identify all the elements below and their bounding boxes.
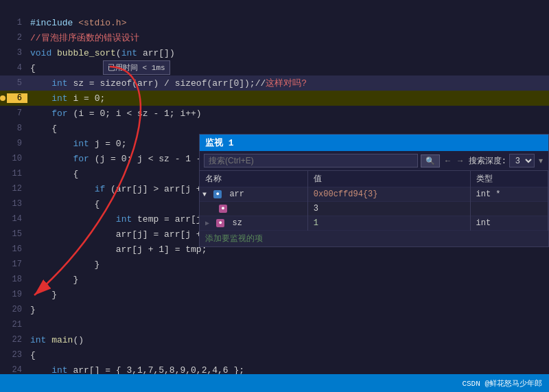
bp-if <box>0 186 5 192</box>
watch-type-sz: int <box>470 216 548 231</box>
bp-brace2 <box>0 126 5 131</box>
table-row: ▶ ● sz 1 int <box>200 216 548 231</box>
line-func-decl: 3 void bubble_sort(int arr[]) <box>0 45 549 60</box>
expand-icon-sz[interactable]: ▶ <box>205 220 209 227</box>
line-i-init: 6 int i = 0; <box>0 91 549 106</box>
line-main: 22 int main() <box>0 332 549 347</box>
watch-name-arr-val: ● <box>200 202 307 216</box>
bp-for1 <box>0 111 5 116</box>
bp-func-decl <box>0 50 5 56</box>
var-icon-item: ● <box>219 205 227 213</box>
col-value: 值 <box>307 171 470 187</box>
line-cb1: 17 } <box>0 257 549 272</box>
col-type: 类型 <box>470 171 548 187</box>
bp-debug <box>0 95 5 101</box>
watch-depth-label: 搜索深度: <box>469 155 506 167</box>
col-name: 名称 <box>200 171 307 187</box>
arr-name: arr <box>229 189 244 199</box>
tooltip: 已用时间 < 1ms <box>103 60 170 75</box>
add-watch-label[interactable]: 添加要监视的项 <box>200 231 548 246</box>
bp-sz <box>0 80 5 86</box>
watch-search-input[interactable] <box>204 154 418 168</box>
bp-swap2 <box>0 246 5 252</box>
bp-brace4 <box>0 201 5 207</box>
depth-chevron-icon[interactable]: ▾ <box>537 156 544 165</box>
bp-swap1 <box>0 231 5 237</box>
var-icon-sz: ● <box>216 219 224 227</box>
line-open-brace: 4 { <box>0 60 549 76</box>
watch-value-arr-val: 3 <box>307 202 470 216</box>
table-row: ● 3 <box>200 202 548 216</box>
search-icon-btn[interactable]: 🔍 <box>421 154 440 168</box>
watch-panel: 监视 1 🔍 ← → 搜索深度: 3 1 2 4 5 ▾ 名称 值 <box>199 134 549 247</box>
line-comment: 2 //冒泡排序函数的错误设计 <box>0 30 549 45</box>
status-text: CSDN @鲜花怒马少年郎 <box>462 378 542 389</box>
line-cb2: 18 } <box>0 272 549 287</box>
watch-type-arr: int * <box>470 187 548 202</box>
line-empty2: 21 <box>0 317 549 332</box>
bp-for2 <box>0 156 5 161</box>
line-main-brace: 23 { <box>0 347 549 362</box>
bp-temp <box>0 216 5 222</box>
nav-forward-btn[interactable]: → <box>455 156 466 165</box>
bp-brace3 <box>0 171 5 176</box>
watch-type-arr-val <box>470 202 548 216</box>
expand-icon[interactable]: ▼ <box>202 191 207 198</box>
line-sz: 5 int sz = sizeof(arr) / sizeof(arr[0]);… <box>0 76 549 91</box>
watch-title: 监视 1 <box>200 135 548 151</box>
watch-table: 名称 值 类型 ▼ ● arr 0x00cffd94{3} int * <box>200 171 548 231</box>
bp-open-brace <box>0 65 5 71</box>
line-cb3: 19 } <box>0 287 549 302</box>
line-cb4: 20 } <box>0 302 549 317</box>
watch-nav: ← → <box>443 156 466 165</box>
watch-name-sz: ▶ ● sz <box>200 216 307 231</box>
code-editor: 1 #include <stdio.h> 2 //冒泡排序函数的错误设计 3 v… <box>0 0 549 374</box>
sz-name: sz <box>232 218 242 228</box>
line-include: 1 #include <stdio.h> <box>0 15 549 30</box>
bp-j-init <box>0 141 5 146</box>
bp-1 <box>0 5 5 10</box>
watch-name-arr: ▼ ● arr <box>200 187 307 202</box>
watch-search-bar: 🔍 ← → 搜索深度: 3 1 2 4 5 ▾ <box>200 151 548 171</box>
var-icon-arr: ● <box>213 190 222 198</box>
table-row: ▼ ● arr 0x00cffd94{3} int * <box>200 187 548 202</box>
line-1 <box>0 0 549 15</box>
line-for1: 7 for (i = 0; i < sz - 1; i++) <box>0 106 549 121</box>
status-bar: CSDN @鲜花怒马少年郎 <box>0 374 549 392</box>
bp-comment <box>0 35 5 41</box>
nav-back-btn[interactable]: ← <box>443 156 454 165</box>
watch-depth-select[interactable]: 3 1 2 4 5 <box>509 154 535 168</box>
bp-include <box>0 20 5 25</box>
watch-value-sz: 1 <box>307 216 470 231</box>
line-arr-decl: 24 int arr[] = { 3,1,7,5,8,9,0,2,4,6 }; <box>0 362 549 374</box>
watch-value-arr: 0x00cffd94{3} <box>307 187 470 202</box>
